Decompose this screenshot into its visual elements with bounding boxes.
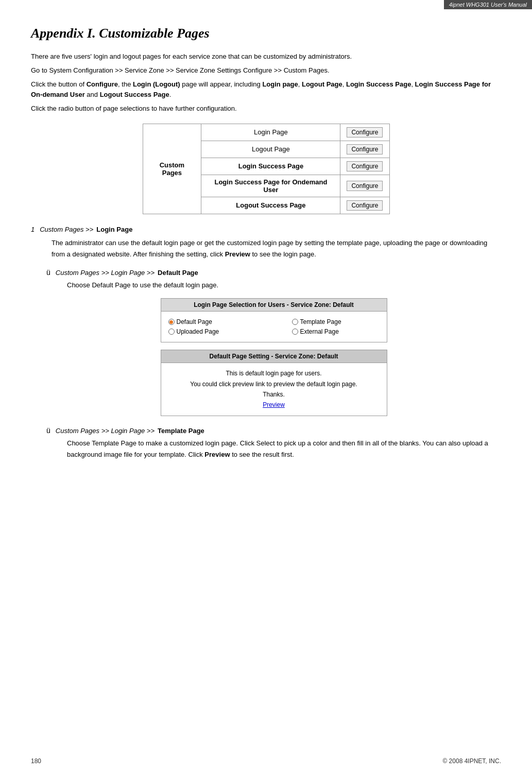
radio-row-2: Uploaded Page External Page	[168, 328, 380, 335]
table-row-logout-success: Logout Success Page	[201, 197, 340, 214]
default-panel-line1: This is default login page for users.	[166, 368, 382, 378]
default-panel-line3: Thanks.	[166, 389, 382, 400]
configure-bold: Configure	[87, 80, 118, 88]
table-row-login-success: Login Success Page	[201, 158, 340, 175]
page-footer: 180 © 2008 4IPNET, INC.	[0, 757, 532, 765]
radio-external-page[interactable]: External Page	[292, 328, 374, 335]
login-success-bold: Login Success Page	[346, 80, 411, 88]
table-row-logout-configure[interactable]: Configure	[340, 141, 389, 158]
subsection-template: ü Custom Pages >> Login Page >> Template…	[46, 426, 501, 460]
logout-success-bold: Logout Success Page	[100, 91, 169, 98]
subsection-template-heading: ü Custom Pages >> Login Page >> Template…	[46, 426, 501, 435]
table-row-login-success-ondemand: Login Success Page for Ondemand User	[201, 175, 340, 197]
radio-default-circle[interactable]	[168, 319, 175, 325]
manual-header: 4ipnet WHG301 User's Manual	[444, 0, 532, 9]
radio-template-label: Template Page	[300, 318, 341, 325]
manual-title: 4ipnet WHG301 User's Manual	[449, 2, 527, 8]
login-selection-panel: Login Page Selection for Users - Service…	[161, 298, 387, 342]
radio-row-1: Default Page Template Page	[168, 318, 380, 325]
radio-template-page[interactable]: Template Page	[292, 318, 374, 325]
section1-preview-bold: Preview	[225, 250, 250, 258]
intro-line2: Go to System Configuration >> Service Zo…	[31, 65, 501, 76]
subsection-default-prefix: Custom Pages >> Login Page >>	[56, 269, 155, 277]
page-number: 180	[31, 757, 41, 765]
table-row-login-configure[interactable]: Configure	[340, 124, 389, 141]
subsection-default: ü Custom Pages >> Login Page >> Default …	[46, 268, 501, 416]
template-preview-bold: Preview	[204, 451, 230, 458]
radio-uploaded-page[interactable]: Uploaded Page	[168, 328, 251, 335]
bullet-char-default: ü	[46, 268, 50, 277]
default-panel-line2: You could click preview link to preview …	[166, 379, 382, 389]
subsection-default-title: Default Page	[158, 269, 198, 277]
default-panel-preview-link[interactable]: Preview	[263, 401, 285, 408]
radio-template-circle[interactable]	[292, 319, 298, 325]
radio-default-page[interactable]: Default Page	[168, 318, 251, 325]
custom-pages-label: Custom Pages	[143, 124, 201, 214]
page-list-bold: Login page	[262, 80, 298, 88]
default-page-panel: Default Page Setting - Service Zone: Def…	[161, 350, 387, 416]
table-row-logout: Logout Page	[201, 141, 340, 158]
default-panel-header: Default Page Setting - Service Zone: Def…	[161, 350, 387, 363]
radio-external-circle[interactable]	[292, 329, 298, 335]
section1-title: Login Page	[96, 226, 132, 233]
default-panel-body: This is default login page for users. Yo…	[161, 363, 387, 416]
subsection-template-title: Template Page	[158, 427, 204, 435]
subsection-template-desc: Choose Template Page to make a customize…	[67, 438, 501, 460]
table-row-logout-success-configure[interactable]: Configure	[340, 197, 389, 214]
intro-line3: Click the button of Configure, the Login…	[31, 79, 501, 101]
table-row-ondemand-configure[interactable]: Configure	[340, 175, 389, 197]
subsection-default-heading: ü Custom Pages >> Login Page >> Default …	[46, 268, 501, 277]
copyright: © 2008 4IPNET, INC.	[442, 757, 501, 765]
bullet-char-template: ü	[46, 426, 50, 435]
radio-uploaded-circle[interactable]	[168, 329, 175, 335]
radio-uploaded-label: Uploaded Page	[177, 328, 219, 335]
section1-prefix: Custom Pages >>	[40, 226, 93, 233]
appendix-title: Appendix I. Customizable Pages	[31, 26, 501, 41]
subsection-template-prefix: Custom Pages >> Login Page >>	[56, 427, 155, 435]
subsection-default-desc: Choose Default Page to use the default l…	[67, 280, 501, 291]
intro-line1: There are five users' login and logout p…	[31, 51, 501, 62]
radio-external-label: External Page	[300, 328, 339, 335]
login-logout-bold: Login (Logout)	[133, 80, 180, 88]
table-row-login: Login Page	[201, 124, 340, 141]
selection-panel-body: Default Page Template Page Uploaded Page	[161, 312, 387, 342]
intro-line4: Click the radio button of page selection…	[31, 104, 501, 114]
logout-page-bold: Logout Page	[302, 80, 342, 88]
table-row-login-success-configure[interactable]: Configure	[340, 158, 389, 175]
section1-number: 1	[31, 226, 35, 233]
custom-pages-table: Custom Pages Login Page Configure Logout…	[143, 124, 390, 214]
section1-description: The administrator can use the default lo…	[52, 237, 501, 260]
section1-heading: 1 Custom Pages >> Login Page	[31, 226, 501, 233]
selection-panel-header: Login Page Selection for Users - Service…	[161, 299, 387, 312]
radio-default-label: Default Page	[177, 318, 212, 325]
